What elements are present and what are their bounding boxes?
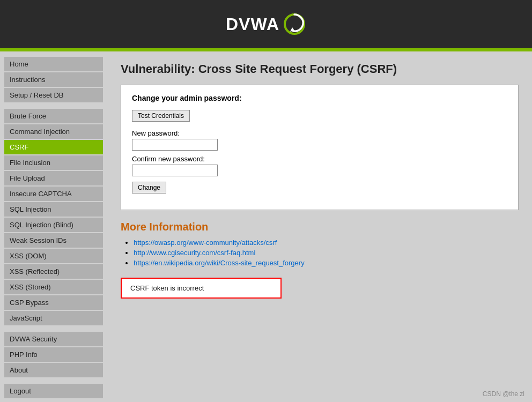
more-info-link[interactable]: https://owasp.org/www-community/attacks/… xyxy=(134,239,277,247)
sidebar-item-sql-injection[interactable]: SQL Injection xyxy=(4,202,103,217)
new-password-group: New password: xyxy=(132,129,507,151)
sidebar-item-weak-session-ids[interactable]: Weak Session IDs xyxy=(4,233,103,248)
error-box: CSRF token is incorrect xyxy=(121,278,282,299)
sidebar-item-csrf[interactable]: CSRF xyxy=(4,140,103,154)
more-info-list-item: http://www.cgisecurity.com/csrf-faq.html xyxy=(134,249,519,257)
sidebar-vuln-group: Brute ForceCommand InjectionCSRFFile Inc… xyxy=(4,109,103,325)
sidebar-item-csp-bypass[interactable]: CSP Bypass xyxy=(4,295,103,310)
more-info-list: https://owasp.org/www-community/attacks/… xyxy=(121,239,519,267)
sidebar-item-sql-injection-blind[interactable]: SQL Injection (Blind) xyxy=(4,218,103,232)
more-info-link[interactable]: https://en.wikipedia.org/wiki/Cross-site… xyxy=(134,259,305,267)
logo-swirl-icon xyxy=(283,12,306,36)
confirm-password-label: Confirm new password: xyxy=(132,155,507,163)
sidebar-item-about[interactable]: About xyxy=(4,363,103,377)
footer-note: CSDN @the zl xyxy=(483,390,524,398)
sidebar-item-home[interactable]: Home xyxy=(4,57,103,71)
content-box: Change your admin password: Test Credent… xyxy=(121,85,519,210)
more-info-title: More Information xyxy=(121,221,519,233)
logo-text: DVWA xyxy=(226,14,279,34)
sidebar-item-instructions[interactable]: Instructions xyxy=(4,72,103,87)
page-title: Vulnerability: Cross Site Request Forger… xyxy=(121,62,519,76)
form-heading: Change your admin password: xyxy=(132,94,507,102)
more-info-list-item: https://en.wikipedia.org/wiki/Cross-site… xyxy=(134,259,519,267)
sidebar: HomeInstructionsSetup / Reset DB Brute F… xyxy=(0,51,107,402)
more-info-links: https://owasp.org/www-community/attacks/… xyxy=(121,239,519,267)
sidebar-item-logout[interactable]: Logout xyxy=(4,384,103,398)
sidebar-item-xss-dom[interactable]: XSS (DOM) xyxy=(4,249,103,263)
test-credentials-button[interactable]: Test Credentials xyxy=(132,110,190,122)
sidebar-item-javascript[interactable]: JavaScript xyxy=(4,311,103,325)
sidebar-top-group: HomeInstructionsSetup / Reset DB xyxy=(4,57,103,102)
sidebar-item-brute-force[interactable]: Brute Force xyxy=(4,109,103,123)
sidebar-item-file-inclusion[interactable]: File Inclusion xyxy=(4,155,103,170)
sidebar-item-file-upload[interactable]: File Upload xyxy=(4,171,103,185)
confirm-password-input[interactable] xyxy=(132,165,218,176)
main-content: Vulnerability: Cross Site Request Forger… xyxy=(107,51,532,402)
confirm-password-group: Confirm new password: xyxy=(132,155,507,176)
dvwa-logo: DVWA xyxy=(226,12,306,36)
sidebar-logout-group: Logout xyxy=(4,384,103,398)
error-message: CSRF token is incorrect xyxy=(130,284,204,292)
sidebar-item-dvwa-security[interactable]: DVWA Security xyxy=(4,332,103,346)
sidebar-item-xss-reflected[interactable]: XSS (Reflected) xyxy=(4,264,103,279)
change-button[interactable]: Change xyxy=(132,182,166,193)
layout: HomeInstructionsSetup / Reset DB Brute F… xyxy=(0,51,532,402)
more-info-list-item: https://owasp.org/www-community/attacks/… xyxy=(134,239,519,247)
new-password-label: New password: xyxy=(132,129,507,137)
sidebar-item-php-info[interactable]: PHP Info xyxy=(4,347,103,362)
sidebar-item-insecure-captcha[interactable]: Insecure CAPTCHA xyxy=(4,187,103,201)
sidebar-bottom-group: DVWA SecurityPHP InfoAbout xyxy=(4,332,103,377)
sidebar-item-setup[interactable]: Setup / Reset DB xyxy=(4,88,103,102)
header: DVWA xyxy=(0,0,532,48)
new-password-input[interactable] xyxy=(132,139,218,151)
more-info-link[interactable]: http://www.cgisecurity.com/csrf-faq.html xyxy=(134,249,255,257)
sidebar-item-xss-stored[interactable]: XSS (Stored) xyxy=(4,280,103,294)
sidebar-item-command-injection[interactable]: Command Injection xyxy=(4,124,103,139)
